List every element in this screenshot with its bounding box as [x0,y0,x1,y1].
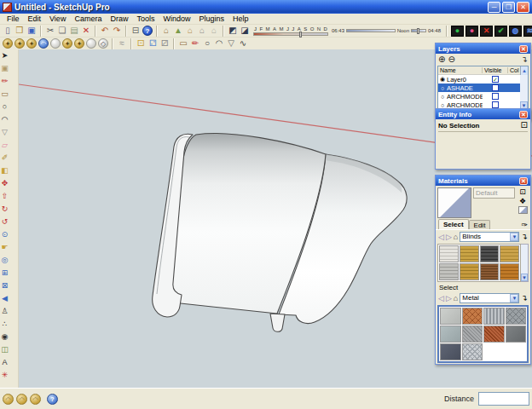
sample-paint-icon[interactable]: ✑ [521,221,528,229]
open-file-button[interactable]: ❒ [14,25,26,37]
undo-button[interactable]: ↶ [99,25,111,37]
offset-tool[interactable]: ↺ [0,216,9,228]
menu-help[interactable]: Help [228,14,253,25]
material-swatch-metal-silver-bars[interactable] [483,308,505,325]
tape-measure-tool[interactable]: ✐ [0,152,9,164]
cut-button[interactable]: ✂ [44,25,56,37]
position-camera-tool[interactable]: ♙ [0,305,9,318]
layer-row[interactable]: ○ASHADE [438,84,528,92]
model-info-button[interactable]: ? [142,26,153,36]
layer-visible-checkbox[interactable] [492,101,499,108]
rectangle-draw-button[interactable]: ▭ [177,37,189,49]
paste-button[interactable]: ▤ [68,25,80,37]
layers-column-color[interactable]: Col [508,67,520,73]
layer-row[interactable]: ○ARCHMODEL0 [438,92,528,101]
plugin-tool-6[interactable]: ✦ [62,38,72,49]
plugin-tool-3[interactable]: ✦ [26,38,37,49]
zoom-window-tool[interactable]: ⊞ [0,267,9,279]
building-maker-button[interactable]: ◩ [227,25,239,37]
materials-tab-edit[interactable]: Edit [469,220,491,229]
plugin-tool-5[interactable] [50,38,61,49]
dropdown-arrow-icon-2[interactable]: ▼ [510,294,518,302]
menu-edit[interactable]: Edit [24,14,46,25]
status-circle-1[interactable]: ◠ [3,394,14,405]
polygon-tool[interactable]: ▽ [0,126,9,139]
styles-face-1[interactable]: ⚀ [135,37,147,49]
styles-face-2[interactable]: ⚁ [147,37,159,49]
material-swatch-blind-orange[interactable] [500,263,519,280]
add-location-button[interactable]: ◪ [239,25,251,37]
text-tool[interactable]: A [0,356,9,369]
layer-radio-icon[interactable]: ○ [438,102,447,108]
material-swatch-metal-diamond-plate[interactable] [506,308,527,325]
materials-home-icon[interactable]: ⌂ [454,233,458,241]
toggle-terrain-button[interactable]: ▲ [172,25,184,37]
rotate-tool[interactable]: ↻ [0,203,9,216]
zoom-tool[interactable]: ◎ [0,254,9,267]
rectangle-tool[interactable]: ▭ [0,88,9,101]
select-tool[interactable]: ➤ [0,49,9,62]
status-circle-3[interactable]: ◠ [30,394,41,405]
blinds-scroll-down-icon[interactable]: ▼ [521,274,528,281]
entity-info-details-icon[interactable]: ⊡ [521,121,528,130]
materials-library-dropdown-2[interactable]: Metal ▼ [460,293,519,303]
zoom-previous-tool[interactable]: ◀ [0,292,9,305]
save-button[interactable]: ▣ [26,25,38,37]
eraser-tool[interactable]: ▱ [0,139,9,152]
menu-plugins[interactable]: Plugins [194,14,228,25]
share-models-button[interactable]: ⌂ [208,25,220,37]
axes-tool[interactable]: ✳ [0,369,9,382]
blinds-grid-scrollbar[interactable]: ▼ [521,244,529,282]
layers-panel-titlebar[interactable]: Layers ✕ [436,43,530,54]
plugin-tool-9[interactable]: ◇ [98,38,108,49]
layers-close-icon[interactable]: ✕ [519,45,528,53]
plugin-tool-4[interactable]: ◠ [38,38,49,49]
orbit-tool[interactable]: ⊙ [0,228,9,241]
measurements-input[interactable] [478,392,529,406]
help-icon[interactable]: ? [47,394,58,405]
material-preview-swatch[interactable] [437,187,471,218]
layers-scroll-up-icon[interactable]: ▲ [520,66,528,75]
material-swatch-metal-blue-gray[interactable] [440,325,461,343]
look-around-tool[interactable]: ◉ [0,331,9,343]
layers-column-visible[interactable]: Visible [483,67,508,73]
layers-menu-arrow-icon[interactable]: ↴ [521,55,528,65]
material-swatch-metal-rust[interactable] [483,325,505,343]
remove-layer-button[interactable]: ⊖ [448,55,454,65]
material-swatch-blind-amber[interactable] [500,245,519,262]
set-default-material-swatch[interactable] [518,206,528,214]
dropdown-arrow-icon[interactable]: ▼ [510,233,518,241]
materials-home-icon-2[interactable]: ⌂ [454,294,458,302]
photo-textures-button[interactable]: ⌂ [184,25,196,37]
layer-radio-icon[interactable]: ○ [438,94,447,100]
material-swatch-metal-brushed-light[interactable] [440,308,461,325]
material-swatch-metal-mesh[interactable] [462,343,483,360]
circle-draw-button[interactable]: ○ [201,37,213,49]
materials-back-icon-2[interactable]: ◁ [438,294,444,302]
display-secondary-pane-icon[interactable]: ⊡ [519,187,526,196]
layers-column-name[interactable]: Name [438,67,483,73]
get-models-button[interactable]: ⌂ [196,25,208,37]
render-plugin-button-1[interactable]: ● [451,26,464,37]
material-swatch-blind-gold-2[interactable] [460,263,479,280]
erase-button[interactable]: ✕ [80,25,92,37]
circle-tool[interactable]: ○ [0,101,9,113]
section-plane-tool[interactable]: ◫ [0,343,9,356]
render-plugin-button-6[interactable]: ≋ [523,26,532,37]
add-layer-button[interactable]: ⊕ [438,55,445,65]
shadow-date-slider-thumb[interactable] [299,32,302,37]
material-swatch-metal-steel-blue[interactable] [440,343,461,360]
render-plugin-button-2[interactable]: ● [466,26,478,37]
line-tool[interactable]: ✏ [0,75,9,88]
shadow-time-slider-2[interactable] [411,29,426,32]
render-plugin-button-5[interactable]: ◍ [509,26,522,37]
create-material-icon[interactable]: ❖ [519,197,526,205]
model-right-rail-foot[interactable] [270,314,285,331]
materials-tab-select[interactable]: Select [438,219,469,229]
materials-detail-arrow-icon[interactable]: ↴ [521,233,528,241]
materials-forward-icon[interactable]: ▷ [446,233,452,241]
menu-window[interactable]: Window [159,14,194,25]
new-file-button[interactable]: ▯ [2,25,14,37]
material-swatch-blind-gold[interactable] [460,245,479,262]
shadow-time-slider[interactable] [346,29,396,32]
